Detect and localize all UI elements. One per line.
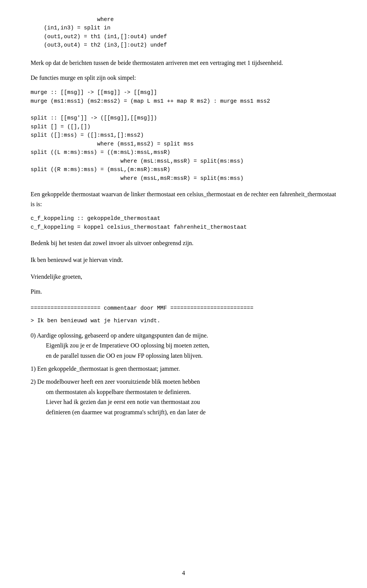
code-block-3: c_f_koppeling :: gekoppelde_thermostaat … — [31, 214, 336, 231]
code-block-1: where (in1,in3) = split in (out1,out2) =… — [31, 15, 336, 50]
page-number: 4 — [182, 570, 185, 577]
paragraph-2: De functies murge en split zijn ook simp… — [31, 73, 336, 83]
comment-2-text: 2) De modelbouwer heeft een zeer vooruit… — [31, 377, 336, 387]
code-section-2: murge :: [[msg]] -> [[msg]] -> [[msg]] m… — [31, 88, 336, 183]
comment-2-continuation-3: definieren (en daarmee wat programma's s… — [31, 407, 336, 417]
comment-2-continuation-1: om thermostaten als koppelbare thermosta… — [31, 387, 336, 397]
paragraph-7: Pim. — [31, 287, 336, 297]
divider-line: ===================== commentaar door MM… — [31, 305, 336, 311]
code-block-2: murge :: [[msg]] -> [[msg]] -> [[msg]] m… — [31, 88, 336, 183]
paragraph-5: Ik ben benieuwd wat je hiervan vindt. — [31, 255, 336, 265]
comment-0-continuation: Eigenlijk zou je er de Imperatieve OO op… — [31, 341, 336, 361]
code-section-1: where (in1,in3) = split in (out1,out2) =… — [31, 15, 336, 50]
comment-2-continuation-2: Liever had ik gezien dan je eerst een no… — [31, 397, 336, 407]
comment-0: 0) Aardige oplossing, gebaseerd op ander… — [31, 331, 336, 361]
comment-2: 2) De modelbouwer heeft een zeer vooruit… — [31, 377, 336, 417]
paragraph-6: Vriendelijke groeten, — [31, 272, 336, 282]
comment-1: 1) Een gekoppelde_thermostaat is geen th… — [31, 364, 336, 374]
comment-1-text: 1) Een gekoppelde_thermostaat is geen th… — [31, 364, 336, 374]
paragraph-3: Een gekoppelde thermostaat waarvan de li… — [31, 189, 336, 209]
paragraph-1: Merk op dat de berichten tussen de beide… — [31, 58, 336, 68]
quote-line: > Ik ben benieuwd wat je hiervan vindt. — [31, 317, 336, 325]
code-section-3: c_f_koppeling :: gekoppelde_thermostaat … — [31, 214, 336, 231]
page-container: where (in1,in3) = split in (out1,out2) =… — [0, 0, 367, 588]
paragraph-4: Bedenk bij het testen dat zowel invoer a… — [31, 238, 336, 248]
comment-0-text: 0) Aardige oplossing, gebaseerd op ander… — [31, 331, 336, 341]
